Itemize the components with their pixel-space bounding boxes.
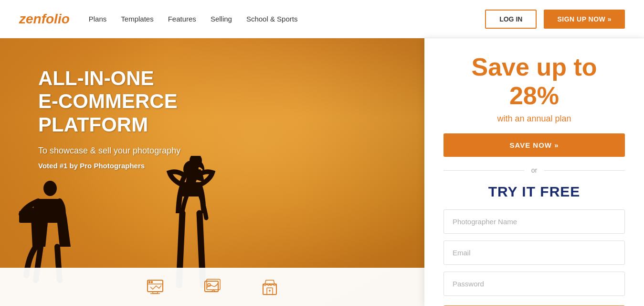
main-content: ALL-IN-ONE E-COMMERCE PLATFORM To showca… (0, 38, 644, 306)
signup-panel: Save up to 28% with an annual plan SAVE … (424, 38, 644, 306)
or-divider: or (443, 166, 625, 174)
email-input[interactable] (443, 240, 625, 265)
svg-point-7 (148, 282, 150, 283)
header-right: LOG IN SIGN UP NOW » (485, 10, 625, 29)
header-left: zenfolio Plans Templates Features Sellin… (19, 11, 297, 27)
header: zenfolio Plans Templates Features Sellin… (0, 0, 644, 38)
save-now-button[interactable]: SAVE NOW » (443, 133, 625, 157)
nav-link-features[interactable]: Features (168, 15, 196, 23)
svg-point-0 (43, 181, 57, 196)
svg-point-8 (151, 282, 152, 283)
login-button[interactable]: LOG IN (485, 10, 537, 29)
nav-item-features[interactable]: Features (168, 15, 196, 23)
icons-strip (0, 268, 424, 306)
or-text: or (531, 166, 537, 174)
store-icon (260, 277, 279, 296)
hero-title: ALL-IN-ONE E-COMMERCE PLATFORM (38, 67, 424, 136)
nav-link-selling[interactable]: Selling (211, 15, 232, 23)
strip-icon-gallery (203, 277, 222, 296)
save-text: Save up to (472, 53, 597, 81)
logo[interactable]: zenfolio (19, 11, 70, 27)
nav-link-templates[interactable]: Templates (121, 15, 153, 23)
nav-item-plans[interactable]: Plans (89, 15, 107, 23)
try-free-heading: TRY IT FREE (488, 184, 581, 200)
annual-plan-text: with an annual plan (497, 114, 571, 124)
password-input[interactable] (443, 272, 625, 296)
nav-item-templates[interactable]: Templates (121, 15, 153, 23)
divider-line-right (544, 170, 625, 171)
photographer-name-input[interactable] (443, 209, 625, 234)
hero-section: ALL-IN-ONE E-COMMERCE PLATFORM To showca… (0, 38, 424, 306)
strip-icon-website (146, 277, 165, 296)
nav-link-plans[interactable]: Plans (89, 15, 107, 23)
strip-icon-store (260, 277, 279, 296)
divider-line-left (443, 170, 524, 171)
hero-subtitle: To showcase & sell your photography (38, 146, 424, 156)
nav-item-selling[interactable]: Selling (211, 15, 232, 23)
save-heading: Save up to 28% (443, 53, 625, 110)
hero-text: ALL-IN-ONE E-COMMERCE PLATFORM To showca… (0, 38, 424, 170)
nav-item-school-sports[interactable]: School & Sports (246, 15, 298, 23)
nav-link-school-sports[interactable]: School & Sports (246, 15, 298, 23)
main-nav: Plans Templates Features Selling School … (89, 15, 298, 23)
gallery-icon (203, 277, 222, 296)
signup-button[interactable]: SIGN UP NOW » (544, 10, 625, 29)
website-icon (146, 277, 165, 296)
save-percent: 28% (509, 82, 559, 109)
nav-list: Plans Templates Features Selling School … (89, 15, 298, 23)
